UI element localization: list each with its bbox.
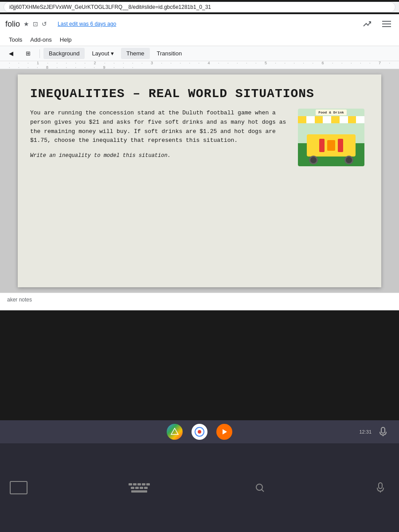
cart-sign: Food & Drink — [316, 110, 347, 115]
prev-slide-button[interactable]: ◀ — [4, 48, 19, 59]
slide-paragraph: You are running the concession stand at … — [30, 109, 291, 145]
browser-chrome: i0jj60TXHMeSzJEFVxWW_GeUrKTOGL3LFRQ__8/e… — [0, 2, 399, 12]
wheel-left — [309, 156, 318, 164]
slide-text-content: You are running the concession stand at … — [30, 109, 291, 159]
wheel-right — [344, 156, 353, 164]
history-icon[interactable]: ↺ — [42, 20, 47, 27]
taskbar-right: 12:31 — [359, 425, 390, 439]
transition-button[interactable]: Transition — [152, 48, 188, 59]
star-icon[interactable]: ★ — [23, 20, 29, 27]
toolbar-divider-1 — [39, 49, 40, 58]
speaker-notes[interactable]: aker notes — [0, 293, 399, 310]
bottom-keyboard-icon[interactable] — [129, 478, 149, 497]
taskbar-drive-icon[interactable] — [167, 424, 183, 440]
keyboard-shape — [129, 483, 150, 493]
bottom-screen-icon[interactable] — [9, 478, 28, 497]
taskbar: 12:31 — [0, 420, 399, 443]
cart-item-food — [327, 140, 335, 151]
svg-point-2 — [198, 430, 201, 434]
cart-wheels — [309, 156, 353, 164]
cart-item-drink — [319, 139, 325, 152]
menu-item-help[interactable]: Help — [56, 35, 75, 45]
food-cart-area: Food & Drink — [298, 109, 369, 166]
bottom-mic-icon[interactable] — [371, 478, 390, 497]
slide-area: Inequalities – Real World Situations You… — [0, 69, 399, 293]
svg-point-6 — [256, 484, 262, 490]
write-inequality-text: Write an inequality to model this situat… — [30, 153, 291, 159]
awning-stripes — [298, 116, 364, 123]
slide-body: You are running the concession stand at … — [30, 109, 369, 166]
cart-item-drink2 — [338, 139, 343, 152]
ruler: · · · 1 · · · · · 2 · · · · · 3 · · · · … — [0, 61, 399, 69]
trend-icon[interactable] — [360, 17, 374, 31]
cart-body — [307, 134, 356, 156]
cart-awning: Food & Drink — [298, 109, 364, 129]
screen-shape — [10, 481, 27, 494]
layout-button[interactable]: Layout ▾ — [86, 48, 119, 59]
theme-button[interactable]: Theme — [121, 48, 149, 59]
title-row: folio ★ ⊡ ↺ Last edit was 6 days ago — [0, 14, 399, 34]
address-bar[interactable]: i0jj60TXHMeSzJEFVxWW_GeUrKTOGL3LFRQ__8/e… — [4, 2, 395, 12]
menu-item-addons[interactable]: Add-ons — [27, 35, 55, 45]
slide-title: Inequalities – Real World Situations — [30, 87, 369, 101]
svg-rect-8 — [379, 483, 382, 489]
add-slide-button[interactable]: ⊞ — [20, 48, 36, 59]
taskbar-mic-icon[interactable] — [376, 425, 390, 439]
speaker-notes-label: aker notes — [7, 297, 32, 303]
taskbar-time: 12:31 — [359, 429, 372, 434]
save-icon[interactable]: ⊡ — [33, 20, 38, 27]
toolbar: ◀ ⊞ Background Layout ▾ Theme Transition — [0, 46, 399, 61]
bottom-search-icon[interactable] — [250, 478, 270, 497]
taskbar-play-icon[interactable] — [216, 424, 232, 440]
last-edit-text: Last edit was 6 days ago — [58, 21, 116, 27]
background-button[interactable]: Background — [43, 48, 85, 59]
slide-canvas[interactable]: Inequalities – Real World Situations You… — [18, 74, 381, 287]
header-right-icons — [360, 17, 394, 31]
app-title: folio — [5, 20, 20, 29]
svg-rect-4 — [381, 427, 385, 433]
taskbar-chrome-icon[interactable] — [192, 424, 207, 440]
hamburger-lines — [382, 21, 391, 27]
menu-bar: Tools Add-ons Help — [0, 34, 399, 46]
svg-line-7 — [262, 489, 264, 492]
app-header: folio ★ ⊡ ↺ Last edit was 6 days ago Too… — [0, 14, 399, 46]
svg-marker-0 — [171, 428, 178, 434]
menu-item-tools[interactable]: Tools — [5, 35, 26, 45]
keyboard-area — [0, 443, 399, 532]
food-cart-image: Food & Drink — [298, 109, 364, 166]
svg-marker-3 — [223, 429, 227, 434]
hamburger-menu-icon[interactable] — [379, 17, 394, 31]
